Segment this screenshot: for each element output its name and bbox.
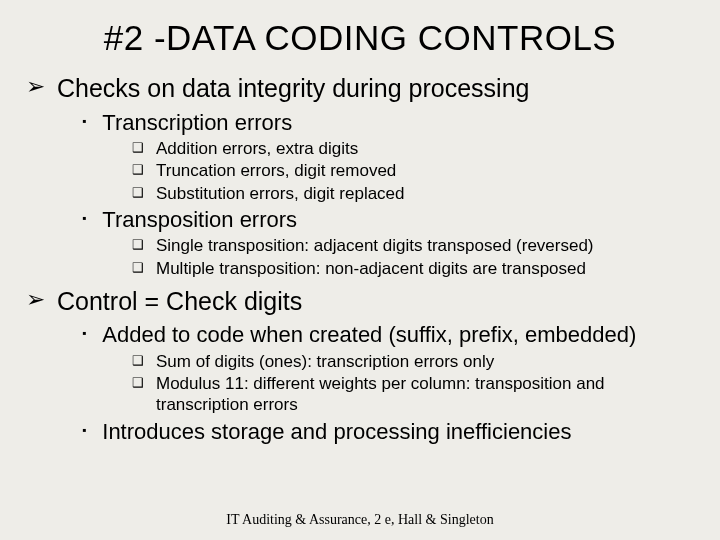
slide-title: #2 -DATA CODING CONTROLS (8, 18, 712, 58)
outline-item-level-3: ❑Multiple transposition: non-adjacent di… (132, 258, 712, 279)
outline-text: Transposition errors (102, 206, 297, 234)
outline-text: Modulus 11: different weights per column… (156, 373, 696, 416)
outline-item-level-3: ❑Single transposition: adjacent digits t… (132, 235, 712, 256)
outline-text: Added to code when created (suffix, pref… (102, 321, 636, 349)
outline-item-level-2: ▪Introduces storage and processing ineff… (82, 418, 712, 446)
outline-body: ➢Checks on data integrity during process… (8, 72, 712, 445)
outline-item-level-1: ➢Control = Check digits (26, 285, 712, 318)
outline-item-level-3: ❑Addition errors, extra digits (132, 138, 712, 159)
bullet-icon: ▪ (82, 109, 86, 133)
outline-text: Control = Check digits (57, 285, 302, 318)
bullet-icon: ▪ (82, 418, 86, 442)
slide-footer: IT Auditing & Assurance, 2 e, Hall & Sin… (0, 512, 720, 528)
bullet-icon: ❑ (132, 183, 144, 203)
outline-text: Single transposition: adjacent digits tr… (156, 235, 594, 256)
bullet-icon: ➢ (26, 285, 45, 315)
bullet-icon: ▪ (82, 206, 86, 230)
bullet-icon: ▪ (82, 321, 86, 345)
bullet-icon: ❑ (132, 160, 144, 180)
outline-item-level-1: ➢Checks on data integrity during process… (26, 72, 712, 105)
outline-text: Checks on data integrity during processi… (57, 72, 530, 105)
bullet-icon: ❑ (132, 235, 144, 255)
outline-text: Sum of digits (ones): transcription erro… (156, 351, 494, 372)
outline-item-level-2: ▪Transposition errors (82, 206, 712, 234)
bullet-icon: ❑ (132, 373, 144, 393)
outline-item-level-3: ❑Substitution errors, digit replaced (132, 183, 712, 204)
outline-text: Transcription errors (102, 109, 292, 137)
outline-text: Addition errors, extra digits (156, 138, 358, 159)
outline-item-level-3: ❑Sum of digits (ones): transcription err… (132, 351, 712, 372)
outline-text: Substitution errors, digit replaced (156, 183, 405, 204)
outline-item-level-3: ❑Modulus 11: different weights per colum… (132, 373, 712, 416)
bullet-icon: ❑ (132, 351, 144, 371)
bullet-icon: ❑ (132, 138, 144, 158)
slide: #2 -DATA CODING CONTROLS ➢Checks on data… (0, 0, 720, 540)
outline-text: Introduces storage and processing ineffi… (102, 418, 571, 446)
outline-text: Multiple transposition: non-adjacent dig… (156, 258, 586, 279)
bullet-icon: ➢ (26, 72, 45, 102)
outline-item-level-2: ▪Added to code when created (suffix, pre… (82, 321, 712, 349)
outline-text: Truncation errors, digit removed (156, 160, 396, 181)
outline-item-level-2: ▪Transcription errors (82, 109, 712, 137)
outline-item-level-3: ❑Truncation errors, digit removed (132, 160, 712, 181)
bullet-icon: ❑ (132, 258, 144, 278)
